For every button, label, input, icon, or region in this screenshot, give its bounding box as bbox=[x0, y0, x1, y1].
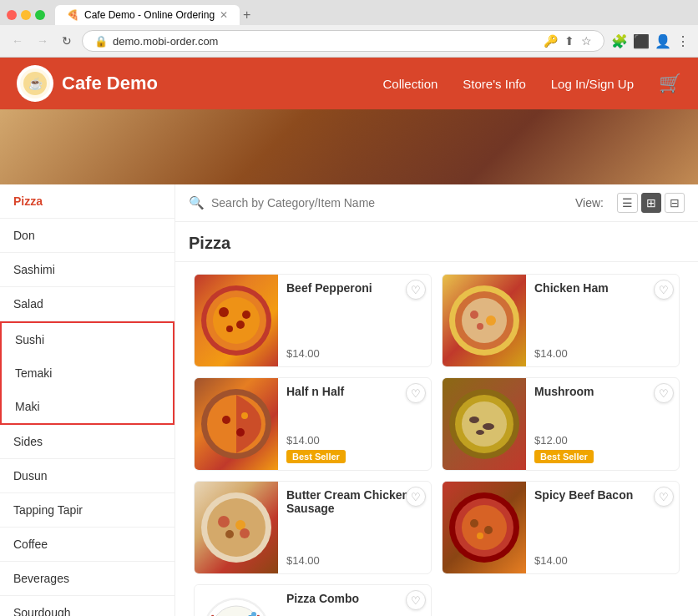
sidebar-item-temaki[interactable]: Temaki bbox=[2, 356, 173, 390]
product-name: Butter Cream Chicken Sausage bbox=[286, 488, 422, 515]
nav-collection[interactable]: Collection bbox=[382, 77, 438, 91]
site-header: ☕ Cafe Demo Collection Store's Info Log … bbox=[0, 58, 698, 109]
sidebar-item-label: Coffee bbox=[13, 538, 48, 551]
svg-point-19 bbox=[241, 412, 248, 419]
svg-point-20 bbox=[236, 428, 245, 437]
svg-point-9 bbox=[242, 311, 250, 319]
svg-point-32 bbox=[240, 528, 250, 538]
svg-point-14 bbox=[486, 316, 496, 326]
search-bar-row: 🔍 View: ☰ ⊞ ⊟ bbox=[175, 184, 698, 222]
product-grid: Beef Pepperoni $14.00 ♡ bbox=[175, 262, 698, 616]
product-card-spicy-beef-bacon: Spicy Beef Bacon $14.00 ♡ bbox=[442, 481, 680, 574]
refresh-button[interactable]: ↻ bbox=[58, 33, 75, 49]
sidebar-highlighted-group: Sushi Temaki Maki bbox=[0, 321, 174, 425]
svg-point-25 bbox=[483, 423, 494, 430]
sidebar-item-sashimi[interactable]: Sashimi bbox=[0, 253, 174, 287]
lock-icon: 🔒 bbox=[94, 35, 108, 48]
product-price: $14.00 bbox=[286, 434, 422, 447]
url-text: demo.mobi-order.com bbox=[113, 35, 539, 48]
sidebar-item-label: Beverages bbox=[13, 572, 69, 585]
bookmark-icon: ☆ bbox=[581, 34, 592, 48]
sidebar: Pizza Don Sashimi Salad Sushi Temaki Mak… bbox=[0, 184, 175, 616]
view-grid2-button[interactable]: ⊞ bbox=[641, 193, 661, 213]
svg-point-38 bbox=[477, 533, 483, 539]
sidebar-item-maki[interactable]: Maki bbox=[2, 390, 173, 423]
favorite-button[interactable]: ♡ bbox=[406, 487, 426, 507]
product-image bbox=[443, 378, 526, 470]
nav-login[interactable]: Log In/Sign Up bbox=[551, 77, 634, 91]
profile-icon[interactable]: 👤 bbox=[655, 33, 671, 49]
sidebar-item-label: Temaki bbox=[15, 366, 52, 380]
sidebar-toggle-icon[interactable]: ⬛ bbox=[633, 33, 650, 49]
address-bar-actions: 🔑 ⬆ ☆ bbox=[544, 34, 592, 48]
favorite-button[interactable]: ♡ bbox=[406, 590, 426, 610]
minimize-dot[interactable] bbox=[21, 10, 31, 20]
svg-point-24 bbox=[469, 417, 479, 423]
sidebar-item-beverages[interactable]: Beverages bbox=[0, 562, 174, 596]
svg-point-23 bbox=[462, 401, 507, 447]
search-input[interactable] bbox=[211, 196, 569, 210]
hero-banner bbox=[0, 109, 698, 184]
maximize-dot[interactable] bbox=[35, 10, 45, 20]
favorite-button[interactable]: ♡ bbox=[406, 383, 426, 403]
svg-point-13 bbox=[470, 311, 478, 319]
sidebar-item-sushi[interactable]: Sushi bbox=[2, 323, 173, 356]
main-layout: Pizza Don Sashimi Salad Sushi Temaki Mak… bbox=[0, 184, 698, 616]
extensions-icon[interactable]: 🧩 bbox=[611, 33, 628, 49]
sidebar-item-sides[interactable]: Sides bbox=[0, 425, 174, 459]
site-logo: ☕ bbox=[17, 65, 53, 102]
favorite-button[interactable]: ♡ bbox=[654, 487, 674, 507]
product-price: $14.00 bbox=[286, 347, 422, 360]
svg-point-31 bbox=[225, 530, 234, 538]
close-dot[interactable] bbox=[7, 10, 17, 20]
browser-action-buttons: 🧩 ⬛ 👤 ⋮ bbox=[611, 33, 690, 49]
sidebar-item-label: Sourdough bbox=[13, 606, 71, 616]
logo-wrap: ☕ Cafe Demo bbox=[17, 65, 158, 102]
sidebar-item-dusun[interactable]: Dusun bbox=[0, 459, 174, 493]
svg-point-29 bbox=[218, 516, 230, 528]
forward-button[interactable]: → bbox=[33, 33, 52, 49]
address-bar[interactable]: 🔒 demo.mobi-order.com 🔑 ⬆ ☆ bbox=[82, 30, 604, 52]
sidebar-item-salad[interactable]: Salad bbox=[0, 287, 174, 321]
sidebar-item-coffee[interactable]: Coffee bbox=[0, 528, 174, 562]
cart-icon[interactable]: 🛒 bbox=[659, 73, 681, 94]
new-tab-button[interactable]: + bbox=[243, 8, 250, 23]
sidebar-item-don[interactable]: Don bbox=[0, 219, 174, 253]
favorite-button[interactable]: ♡ bbox=[406, 280, 426, 300]
product-card-chicken-ham: Chicken Ham $14.00 ♡ bbox=[442, 274, 680, 367]
svg-point-6 bbox=[219, 307, 229, 317]
svg-text:☕: ☕ bbox=[28, 77, 43, 91]
tab-close-btn[interactable]: ✕ bbox=[220, 9, 228, 21]
product-image bbox=[443, 275, 526, 366]
product-card-pizza-combo: MORI CAFE Pizza Combo $21.00++ ♡ bbox=[194, 584, 432, 616]
view-list-button[interactable]: ☰ bbox=[617, 193, 638, 213]
svg-point-7 bbox=[236, 321, 245, 329]
product-name: Beef Pepperoni bbox=[286, 281, 422, 295]
sidebar-item-sourdough[interactable]: Sourdough bbox=[0, 596, 174, 616]
sidebar-item-tapping-tapir[interactable]: Tapping Tapir bbox=[0, 493, 174, 528]
sidebar-item-label: Salad bbox=[13, 297, 43, 311]
sidebar-item-label: Sides bbox=[13, 435, 43, 448]
product-image bbox=[443, 482, 526, 573]
svg-point-12 bbox=[462, 298, 507, 343]
hero-banner-image bbox=[0, 109, 698, 184]
nav-store-info[interactable]: Store's Info bbox=[463, 77, 525, 91]
browser-chrome: 🍕 Cafe Demo - Online Ordering ✕ + ← → ↻ … bbox=[0, 0, 698, 58]
favorite-button[interactable]: ♡ bbox=[654, 280, 674, 300]
section-title-pizza: Pizza bbox=[175, 222, 698, 262]
tab-title: Cafe Demo - Online Ordering bbox=[84, 9, 215, 21]
sidebar-item-label: Maki bbox=[15, 400, 40, 413]
svg-point-36 bbox=[470, 519, 478, 528]
sidebar-item-label: Sushi bbox=[15, 333, 44, 346]
view-grid3-button[interactable]: ⊟ bbox=[665, 193, 685, 213]
sidebar-item-pizza[interactable]: Pizza bbox=[0, 184, 174, 219]
product-price: $12.00 bbox=[534, 434, 670, 447]
favorite-button[interactable]: ♡ bbox=[654, 383, 674, 403]
more-icon[interactable]: ⋮ bbox=[676, 33, 690, 49]
active-tab[interactable]: 🍕 Cafe Demo - Online Ordering ✕ bbox=[55, 5, 240, 25]
product-card-mushroom: Mushroom $12.00 Best Seller ♡ bbox=[442, 377, 680, 471]
product-name: Pizza Combo bbox=[286, 592, 422, 605]
tab-bar: 🍕 Cafe Demo - Online Ordering ✕ + bbox=[0, 0, 698, 25]
sidebar-item-label: Sashimi bbox=[13, 263, 55, 276]
back-button[interactable]: ← bbox=[8, 33, 27, 49]
